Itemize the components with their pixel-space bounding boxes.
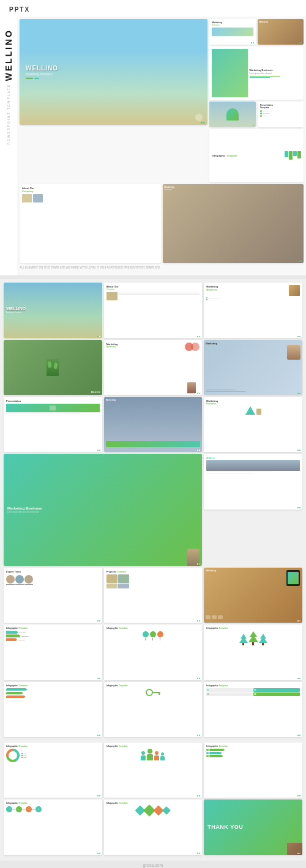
slide-infographic-bubbles: Infographic Template (104, 625, 203, 680)
slide-marketing-tablet: Marketing (204, 568, 302, 623)
slide-infographic-brush: Infographic Template (4, 682, 102, 737)
row-about: About Our Company Marketing Business (20, 184, 304, 264)
row-2: About Our Marketing Business (4, 340, 302, 395)
row-infographic-4: Infographic Template ♡ + ✦ ★ (4, 799, 302, 855)
slide-about-our: About Our Company (20, 184, 161, 264)
product-name: WELLINO (4, 29, 13, 81)
small-slides-top: Marketing Business Marketing (209, 19, 304, 100)
slide-projects-creative: Projects Creative (104, 568, 203, 623)
slide-infographic-key: Infographic Template (104, 682, 203, 737)
slide-infographic-donut: Infographic Template Lorem Lorem Lorem (4, 743, 102, 798)
thank-you-text: THANK YOU (207, 825, 243, 831)
row-4: Marketing Business Lorem ipsum dolor sit… (4, 454, 302, 565)
slide-marketing-arch (209, 102, 255, 127)
footer-watermark: gfxtra.com (0, 861, 306, 868)
hero-section: WELLINO Marketing Business (20, 19, 304, 182)
slide-infographic-diamonds: Infographic Template (104, 799, 203, 855)
slide-infographic-top: Infographic Template (209, 129, 304, 182)
slide-marketing-woman: Marketing (204, 340, 302, 395)
slide-thank-you: THANK YOU (204, 799, 302, 855)
slide-marketing-triangle: Marketing Business (204, 397, 302, 452)
main-content: WELLINO Marketing Business (17, 17, 306, 275)
slide-marketing-business-top: Marketing Business Lorem ipsum dolor sit… (209, 46, 304, 99)
slide-marketing-1: Marketing Business (209, 19, 255, 45)
tagline: ALL ELEMENT ON THIS TEMPLATE WE MADE WIT… (20, 265, 304, 270)
slide-plant: About Our (4, 340, 102, 395)
slide-about-2: About Our Company (104, 283, 203, 338)
slide-marketing-city: Marketing (104, 397, 203, 452)
slide-marketing-photo-1: Marketing (258, 19, 304, 45)
sidebar: WELLINO POWERPOINT TEMPLATE (0, 17, 17, 275)
slide-infographic-chain: Infographic Template ♡ + ✦ ★ (4, 799, 102, 855)
slide-infographic-people: Infographic Template (104, 743, 203, 798)
hero-title: WELLINO (26, 65, 58, 72)
slide-presentation-teal: Presentation (4, 397, 102, 452)
slide-presentation-template-1: Presentation Template (258, 102, 304, 127)
slide-infographic-trees: Infographic Template (204, 625, 302, 680)
row-5: Expert Team (4, 568, 302, 623)
page: PPTX WELLINO POWERPOINT TEMPLATE WELLINO… (0, 0, 306, 868)
slide-marketing-green: Marketing Business (204, 283, 302, 338)
slide-marketing-banner: Marketing Business Lorem ipsum dolor sit… (4, 454, 202, 565)
slide-expert-team: Expert Team (4, 568, 102, 623)
logo: PPTX (9, 6, 30, 13)
row-infographic-1: Infographic Template Lorem ipsum Lorem i… (4, 625, 302, 680)
slides-grid-section: WELLINO Marketing Business About Our Com… (0, 279, 306, 860)
slide-infographic-green-arrows: Infographic Template 🔎 🔎 🔎 (204, 743, 302, 798)
row-infographic-3: Infographic Template Lorem Lorem Lorem (4, 743, 302, 798)
small-slides-right-2: Presentation Template Infograph (209, 102, 304, 182)
row-1: WELLINO Marketing Business About Our Com… (4, 283, 302, 338)
hero-subtitle: Marketing Business (26, 72, 58, 76)
product-subtitle: POWERPOINT TEMPLATE (7, 84, 10, 144)
header: PPTX (0, 0, 306, 17)
row-3: Presentation (4, 397, 302, 452)
slide-infographic-arrows-1: Infographic Template Lorem ipsum Lorem i… (4, 625, 102, 680)
hero-slide: WELLINO Marketing Business (20, 19, 207, 125)
slide-red-circles: Marketing Business (104, 340, 203, 395)
slide-infographic-numbered: Infographic Template 01 03 02 04 (204, 682, 302, 737)
row-infographic-2: Infographic Template Infographic Templat… (4, 682, 302, 737)
slide-marketing-person: Marketing Business (163, 184, 304, 264)
slide-modern: Modern (204, 454, 302, 509)
slide-wellino-hero: WELLINO Marketing Business (4, 283, 102, 338)
